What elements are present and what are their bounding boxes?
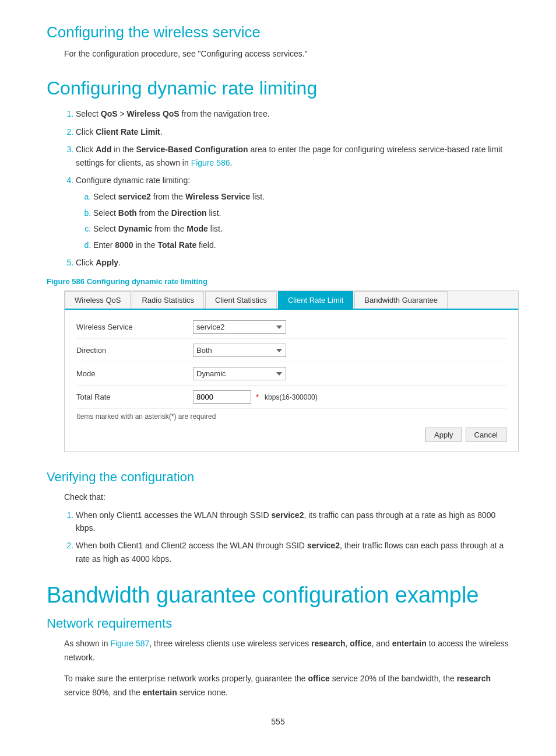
figure-586-caption: Figure 586 Configuring dynamic rate limi…	[47, 277, 509, 286]
verifying-section: Verifying the configuration Check that: …	[47, 470, 509, 565]
control-wireless-service: service2	[193, 320, 286, 334]
cancel-button[interactable]: Cancel	[466, 428, 506, 442]
figure-587-link[interactable]: Figure 587	[110, 639, 149, 648]
asterisk-indicator: *	[256, 393, 259, 401]
control-mode: Dynamic	[193, 367, 286, 380]
page-number: 555	[47, 717, 509, 726]
footnote-text: Items marked with an asterisk(*) are req…	[76, 409, 506, 423]
figure-586-panel: Wireless QoS Radio Statistics Client Sta…	[64, 290, 519, 452]
step-2: Click Client Rate Limit.	[76, 125, 509, 138]
configuring-wireless-title: Configuring the wireless service	[47, 23, 509, 41]
verify-item-2: When both Client1 and Client2 access the…	[76, 539, 509, 565]
substep-c: Select Dynamic from the Mode list.	[93, 222, 509, 235]
total-rate-hint: kbps(16-300000)	[265, 393, 318, 401]
select-wireless-service[interactable]: service2	[193, 320, 286, 334]
step-5: Click Apply.	[76, 256, 509, 269]
tab-bar: Wireless QoS Radio Statistics Client Sta…	[65, 291, 518, 310]
control-direction: Both	[193, 344, 286, 357]
network-requirements-title: Network requirements	[47, 616, 509, 631]
control-total-rate: * kbps(16-300000)	[193, 390, 318, 404]
figure-586-link[interactable]: Figure 586	[191, 158, 230, 167]
tab-radio-statistics[interactable]: Radio Statistics	[132, 291, 204, 309]
form-row-mode: Mode Dynamic	[76, 362, 506, 386]
button-row: Apply Cancel	[76, 423, 506, 446]
form-row-total-rate: Total Rate * kbps(16-300000)	[76, 386, 506, 409]
substeps-list: Select service2 from the Wireless Servic…	[93, 190, 509, 251]
label-total-rate: Total Rate	[76, 393, 193, 401]
label-direction: Direction	[76, 346, 193, 355]
step-3: Click Add in the Service-Based Configura…	[76, 143, 509, 169]
select-direction[interactable]: Both	[193, 344, 286, 357]
label-wireless-service: Wireless Service	[76, 323, 193, 331]
substep-a: Select service2 from the Wireless Servic…	[93, 190, 509, 203]
bandwidth-guarantee-title: Bandwidth guarantee configuration exampl…	[47, 583, 509, 608]
main-steps-list: Select QoS > Wireless QoS from the navig…	[76, 107, 509, 269]
tab-client-rate-limit[interactable]: Client Rate Limit	[278, 291, 353, 309]
form-area: Wireless Service service2 Direction Both	[65, 310, 518, 452]
label-mode: Mode	[76, 369, 193, 378]
verify-item-1: When only Client1 accesses the WLAN thro…	[76, 509, 509, 535]
substep-b: Select Both from the Direction list.	[93, 206, 509, 219]
form-row-direction: Direction Both	[76, 339, 506, 362]
verify-list: When only Client1 accesses the WLAN thro…	[76, 509, 509, 566]
configuring-wireless-intro: For the configuration procedure, see "Co…	[64, 47, 509, 60]
network-req-para2: To make sure the enterprise network work…	[64, 672, 509, 700]
configuring-wireless-section: Configuring the wireless service For the…	[47, 23, 509, 60]
input-total-rate[interactable]	[193, 390, 251, 404]
substep-d: Enter 8000 in the Total Rate field.	[93, 239, 509, 251]
check-intro: Check that:	[64, 491, 509, 503]
verifying-title: Verifying the configuration	[47, 470, 509, 485]
form-row-wireless-service: Wireless Service service2	[76, 316, 506, 339]
tab-wireless-qos[interactable]: Wireless QoS	[65, 291, 131, 309]
bandwidth-guarantee-section: Bandwidth guarantee configuration exampl…	[47, 583, 509, 699]
tab-client-statistics[interactable]: Client Statistics	[205, 291, 277, 309]
configuring-dynamic-title: Configuring dynamic rate limiting	[47, 78, 509, 99]
step-4: Configure dynamic rate limiting: Select …	[76, 174, 509, 251]
apply-button[interactable]: Apply	[425, 428, 462, 442]
tab-bandwidth-guarantee[interactable]: Bandwidth Guarantee	[354, 291, 448, 309]
select-mode[interactable]: Dynamic	[193, 367, 286, 380]
network-req-para1: As shown in Figure 587, three wireless c…	[64, 637, 509, 665]
configuring-dynamic-section: Configuring dynamic rate limiting Select…	[47, 78, 509, 452]
step-1: Select QoS > Wireless QoS from the navig…	[76, 107, 509, 120]
